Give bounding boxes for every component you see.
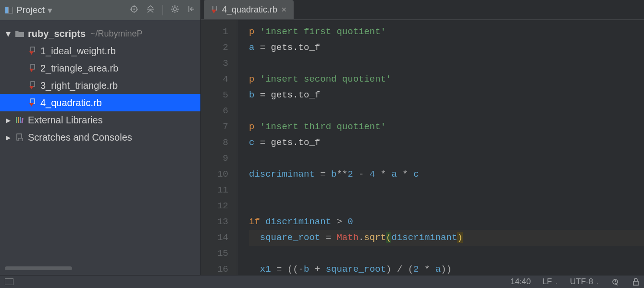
tree-scratches-label: Scratches and Consoles <box>28 132 132 143</box>
folder-icon <box>14 30 25 37</box>
line-number: 13 <box>201 214 228 230</box>
editor-code[interactable]: p 'insert first quotient' a = gets.to_f … <box>237 20 644 275</box>
svg-rect-1 <box>8 7 13 13</box>
project-view-selector[interactable]: Project ▾ <box>5 5 52 16</box>
hide-panel-icon[interactable] <box>187 5 196 13</box>
chevron-down-icon: ▾ <box>48 5 52 16</box>
status-bar: 14:40 LF ≑ UTF-8 ≑ <box>0 275 644 288</box>
code-line <box>249 246 644 262</box>
ruby-file-icon <box>27 47 37 55</box>
editor-body: 1 2 3 4 5 6 7 8 9 10 11 12 13 14 15 16 p… <box>201 20 644 275</box>
tree-external-libs-label: External Libraries <box>28 115 103 126</box>
project-panel-tools <box>130 5 196 15</box>
ruby-file-icon <box>27 98 37 107</box>
scratches-icon <box>14 133 25 141</box>
tree-file-label: 2_triangle_area.rb <box>40 63 118 74</box>
project-panel: Project ▾ ▾ ruby_scripts ~/RubymineP <box>0 0 201 275</box>
line-number: 4 <box>201 72 228 87</box>
inspections-icon[interactable] <box>611 278 621 286</box>
svg-marker-20 <box>29 51 34 55</box>
locate-icon[interactable] <box>130 5 138 13</box>
line-number: 14 <box>201 230 228 246</box>
tree-file-selected[interactable]: 4_quadratic.rb <box>0 94 200 111</box>
svg-marker-24 <box>29 86 34 89</box>
svg-line-15 <box>177 11 178 12</box>
gear-icon[interactable] <box>171 5 179 13</box>
svg-rect-28 <box>18 117 19 123</box>
tree-file[interactable]: 1_ideal_weight.rb <box>0 42 200 60</box>
ruby-file-icon <box>27 81 37 90</box>
svg-rect-38 <box>633 281 638 285</box>
svg-rect-37 <box>615 283 616 284</box>
code-line: c = gets.to_f <box>249 135 644 151</box>
project-tree[interactable]: ▾ ruby_scripts ~/RubymineP 1_ideal_weigh… <box>0 20 200 275</box>
main-row: Project ▾ ▾ ruby_scripts ~/RubymineP <box>0 0 644 275</box>
svg-rect-0 <box>5 7 8 13</box>
chevron-down-icon: ▾ <box>5 28 12 39</box>
caret-position[interactable]: 14:40 <box>510 277 531 287</box>
svg-rect-30 <box>21 118 23 123</box>
line-number: 16 <box>201 262 228 277</box>
code-line: discriminant = b**2 - 4 * a * c <box>249 167 644 182</box>
tree-root-label: ruby_scripts <box>28 28 86 39</box>
line-number: 7 <box>201 119 228 135</box>
code-line: p 'insert third quotient' <box>249 119 644 135</box>
code-line: p 'insert second quotient' <box>249 72 644 87</box>
svg-rect-27 <box>16 117 17 123</box>
horizontal-scrollbar[interactable] <box>5 266 72 270</box>
line-separator[interactable]: LF ≑ <box>543 277 559 287</box>
read-only-lock-icon[interactable] <box>632 278 639 286</box>
editor-tab-label: 4_quadratic.rb <box>222 5 277 15</box>
tree-file-label: 1_ideal_weight.rb <box>40 46 116 57</box>
code-line <box>249 198 644 214</box>
line-number: 1 <box>201 24 228 40</box>
tree-file[interactable]: 3_right_triangle.rb <box>0 77 200 94</box>
svg-line-17 <box>177 6 178 7</box>
close-icon[interactable]: ✕ <box>281 6 287 13</box>
chevron-right-icon: ▸ <box>5 132 12 143</box>
line-number: 12 <box>201 198 228 214</box>
code-line-current: square_root = Math.sqrt(discriminant) <box>249 230 644 246</box>
code-line <box>249 103 644 119</box>
svg-line-14 <box>172 6 173 7</box>
editor-tabbar: 4_quadratic.rb ✕ <box>201 0 644 20</box>
libraries-icon <box>14 116 25 124</box>
line-number: 2 <box>201 40 228 56</box>
svg-rect-36 <box>615 280 616 282</box>
tree-file-label: 4_quadratic.rb <box>40 97 102 108</box>
svg-rect-29 <box>20 117 21 123</box>
tree-root[interactable]: ▾ ruby_scripts ~/RubymineP <box>0 25 200 42</box>
line-number: 10 <box>201 167 228 182</box>
project-tool-icon <box>5 6 13 14</box>
collapse-all-icon[interactable] <box>146 5 155 13</box>
project-panel-header: Project ▾ <box>0 0 200 20</box>
line-number: 6 <box>201 103 228 119</box>
tool-window-quick-access-icon[interactable] <box>5 278 13 285</box>
editor-tab-active[interactable]: 4_quadratic.rb ✕ <box>204 0 294 19</box>
code-line: if discriminant > 0 <box>249 214 644 230</box>
code-line: p 'insert first quotient' <box>249 24 644 40</box>
ruby-file-icon <box>27 64 37 72</box>
project-panel-title: Project <box>16 5 45 15</box>
status-bar-right: 14:40 LF ≑ UTF-8 ≑ <box>510 277 639 287</box>
tree-file[interactable]: 2_triangle_area.rb <box>0 60 200 77</box>
svg-point-3 <box>133 8 135 10</box>
tree-root-path: ~/RubymineP <box>90 29 143 39</box>
code-line: a = gets.to_f <box>249 40 644 56</box>
svg-marker-34 <box>211 10 216 13</box>
file-encoding[interactable]: UTF-8 ≑ <box>570 277 600 287</box>
tree-file-label: 3_right_triangle.rb <box>40 80 118 91</box>
svg-rect-33 <box>213 6 217 10</box>
svg-rect-19 <box>31 47 35 52</box>
svg-point-9 <box>173 8 176 11</box>
tree-external-libs[interactable]: ▸ External Libraries <box>0 111 200 129</box>
ruby-file-icon <box>211 6 218 13</box>
svg-marker-22 <box>29 69 34 72</box>
svg-rect-25 <box>31 99 35 104</box>
tree-scratches[interactable]: ▸ Scratches and Consoles <box>0 129 200 146</box>
tools-divider <box>162 5 163 15</box>
svg-rect-32 <box>18 138 23 141</box>
code-line: b = gets.to_f <box>249 87 644 103</box>
editor-gutter[interactable]: 1 2 3 4 5 6 7 8 9 10 11 12 13 14 15 16 <box>201 20 237 275</box>
code-line <box>249 56 644 72</box>
